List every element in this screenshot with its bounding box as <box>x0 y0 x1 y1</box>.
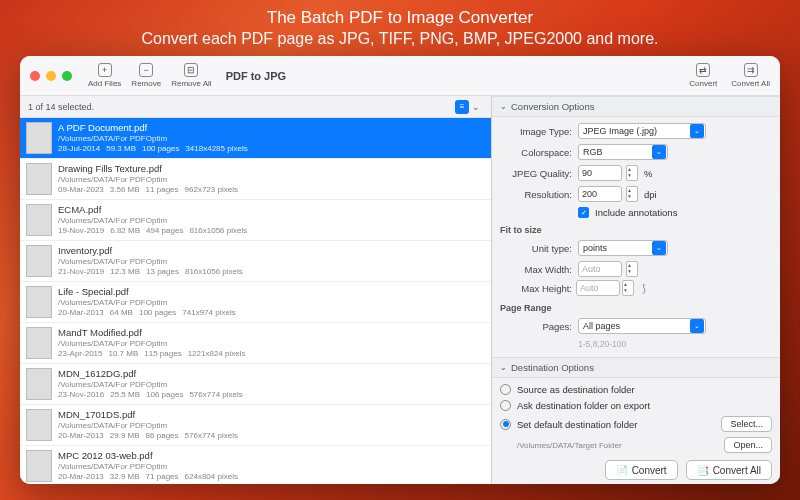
chevron-down-icon: ⌄ <box>500 363 507 372</box>
file-meta: 21-Nov-201912.3 MB13 pages816x1056 pixel… <box>58 267 243 276</box>
file-meta: 28-Jul-201459.3 MB100 pages3418x4285 pix… <box>58 144 248 153</box>
dest-ask-label: Ask destination folder on export <box>517 400 650 411</box>
max-height-input[interactable]: Auto <box>576 280 620 296</box>
toolbar-convert-all-button[interactable]: ⇉ Convert All <box>731 63 770 88</box>
unit-type-value: points <box>583 243 607 253</box>
quality-stepper[interactable]: ▲▼ <box>626 165 638 181</box>
sort-button[interactable]: ≡ <box>455 100 469 114</box>
resolution-label: Resolution: <box>500 189 572 200</box>
pages-select[interactable]: All pages ⌄ <box>578 318 706 334</box>
file-name: MDN_1701DS.pdf <box>58 409 238 420</box>
open-folder-button[interactable]: Open... <box>724 437 772 453</box>
lock-aspect-icon[interactable]: ⟆ <box>642 283 646 294</box>
file-path: /Volumes/DATA/For PDFOptim <box>58 380 243 389</box>
file-name: MPC 2012 03-web.pdf <box>58 450 238 461</box>
resolution-stepper[interactable]: ▲▼ <box>626 186 638 202</box>
conversion-options-title: Conversion Options <box>511 101 594 112</box>
file-meta: 09-Mar-20233.56 MB11 pages962x723 pixels <box>58 185 238 194</box>
convert-button-label: Convert <box>632 465 667 476</box>
dest-default-label: Set default destination folder <box>517 419 637 430</box>
plus-icon: + <box>98 63 112 77</box>
chevron-down-icon: ⌄ <box>690 124 704 138</box>
dest-source-radio[interactable] <box>500 384 511 395</box>
resolution-unit: dpi <box>644 189 657 200</box>
chevron-down-icon: ⌄ <box>500 102 507 111</box>
include-annotations-checkbox[interactable]: ✓ <box>578 207 589 218</box>
add-files-button[interactable]: + Add Files <box>88 63 121 88</box>
file-path: /Volumes/DATA/For PDFOptim <box>58 339 245 348</box>
remove-all-button[interactable]: ⊟ Remove All <box>171 63 211 88</box>
hero-title: The Batch PDF to Image Converter <box>267 8 533 28</box>
file-meta: 23-Nov-201625.5 MB106 pages576x774 pixel… <box>58 390 243 399</box>
destination-options-header[interactable]: ⌄ Destination Options <box>492 357 780 378</box>
file-row[interactable]: ECMA.pdf/Volumes/DATA/For PDFOptim19-Nov… <box>20 200 491 241</box>
file-path: /Volumes/DATA/For PDFOptim <box>58 257 243 266</box>
max-width-placeholder: Auto <box>582 264 601 274</box>
quality-unit: % <box>644 168 652 179</box>
include-annotations-label: Include annotations <box>595 207 677 218</box>
file-thumbnail <box>26 245 52 277</box>
chevron-down-icon: ⌄ <box>690 319 704 333</box>
image-type-value: JPEG Image (.jpg) <box>583 126 657 136</box>
file-row[interactable]: A PDF Document.pdf/Volumes/DATA/For PDFO… <box>20 118 491 159</box>
colorspace-value: RGB <box>583 147 603 157</box>
fit-to-size-heading: Fit to size <box>500 225 772 235</box>
file-path: /Volumes/DATA/For PDFOptim <box>58 421 238 430</box>
file-name: ECMA.pdf <box>58 204 247 215</box>
file-name: A PDF Document.pdf <box>58 122 248 133</box>
image-type-select[interactable]: JPEG Image (.jpg) ⌄ <box>578 123 706 139</box>
clear-icon: ⊟ <box>184 63 198 77</box>
dest-ask-radio[interactable] <box>500 400 511 411</box>
file-row[interactable]: Drawing Fills Texture.pdf/Volumes/DATA/F… <box>20 159 491 200</box>
convert-button[interactable]: 📄 Convert <box>605 460 678 480</box>
file-path: /Volumes/DATA/For PDFOptim <box>58 298 236 307</box>
file-name: Life - Special.pdf <box>58 286 236 297</box>
jpeg-quality-input[interactable]: 90 <box>578 165 622 181</box>
remove-label: Remove <box>131 79 161 88</box>
close-icon[interactable] <box>30 71 40 81</box>
file-row[interactable]: Life - Special.pdf/Volumes/DATA/For PDFO… <box>20 282 491 323</box>
file-row[interactable]: Inventory.pdf/Volumes/DATA/For PDFOptim2… <box>20 241 491 282</box>
convert-all-button[interactable]: 📑 Convert All <box>686 460 772 480</box>
max-height-stepper[interactable]: ▲▼ <box>622 280 634 296</box>
select-folder-button[interactable]: Select... <box>721 416 772 432</box>
max-width-stepper[interactable]: ▲▼ <box>626 261 638 277</box>
remove-all-label: Remove All <box>171 79 211 88</box>
toolbar-convert-label: Convert <box>689 79 717 88</box>
minimize-icon[interactable] <box>46 71 56 81</box>
chevron-down-icon: ⌄ <box>652 145 666 159</box>
selection-status: 1 of 14 selected. <box>28 102 94 112</box>
conversion-options-header[interactable]: ⌄ Conversion Options <box>492 96 780 117</box>
file-row[interactable]: MDN_1701DS.pdf/Volumes/DATA/For PDFOptim… <box>20 405 491 446</box>
file-thumbnail <box>26 327 52 359</box>
file-meta: 19-Nov-20196.82 MB494 pages816x1056 pixe… <box>58 226 247 235</box>
colorspace-select[interactable]: RGB ⌄ <box>578 144 668 160</box>
resolution-input[interactable]: 200 <box>578 186 622 202</box>
collapse-list-button[interactable]: ⌄ <box>469 100 483 114</box>
jpeg-quality-value: 90 <box>582 168 592 178</box>
resolution-value: 200 <box>582 189 597 199</box>
page-range-heading: Page Range <box>500 303 772 313</box>
file-thumbnail <box>26 368 52 400</box>
convert-icon: 📄 <box>616 465 628 476</box>
file-thumbnail <box>26 122 52 154</box>
file-list: A PDF Document.pdf/Volumes/DATA/For PDFO… <box>20 118 491 484</box>
max-height-label: Max Height: <box>500 283 572 294</box>
file-row[interactable]: MandT Modified.pdf/Volumes/DATA/For PDFO… <box>20 323 491 364</box>
image-type-label: Image Type: <box>500 126 572 137</box>
max-width-input[interactable]: Auto <box>578 261 622 277</box>
toolbar-convert-button[interactable]: ⇄ Convert <box>689 63 717 88</box>
remove-button[interactable]: − Remove <box>131 63 161 88</box>
file-row[interactable]: MPC 2012 03-web.pdf/Volumes/DATA/For PDF… <box>20 446 491 484</box>
file-name: Inventory.pdf <box>58 245 243 256</box>
convert-all-button-label: Convert All <box>713 465 761 476</box>
unit-type-label: Unit type: <box>500 243 572 254</box>
file-meta: 20-Mar-201364 MB100 pages741x974 pixels <box>58 308 236 317</box>
window-controls <box>30 71 72 81</box>
unit-type-select[interactable]: points ⌄ <box>578 240 668 256</box>
zoom-icon[interactable] <box>62 71 72 81</box>
dest-default-radio[interactable] <box>500 419 511 430</box>
file-thumbnail <box>26 163 52 195</box>
file-row[interactable]: MDN_1612DG.pdf/Volumes/DATA/For PDFOptim… <box>20 364 491 405</box>
max-height-placeholder: Auto <box>580 283 599 293</box>
